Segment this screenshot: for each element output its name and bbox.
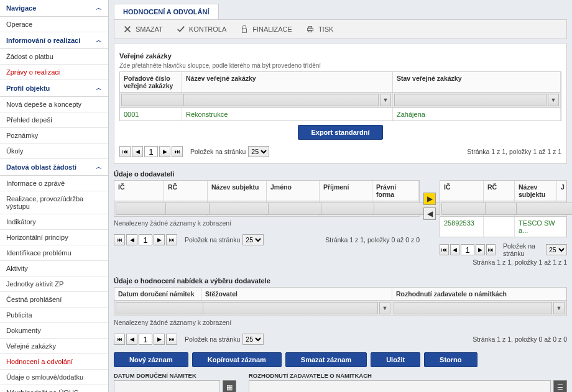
delete-button[interactable]: SMAZAT: [117, 22, 169, 36]
nav-item[interactable]: Žádost o platbu: [0, 49, 108, 65]
move-left-button[interactable]: ◀: [423, 207, 436, 220]
pager-page-input[interactable]: [139, 234, 152, 245]
nav-item[interactable]: Návrh/podnět na ÚOHS: [0, 385, 108, 392]
nav-item[interactable]: Hodnocení a odvolání: [0, 354, 108, 370]
pager-first[interactable]: ⏮: [119, 146, 131, 157]
col-nazev[interactable]: Název veřejné zakázky: [182, 72, 393, 92]
col-nazev-subj[interactable]: Název subjektu: [208, 181, 267, 201]
nav-item[interactable]: Zprávy o realizaci: [0, 65, 108, 80]
pager-next[interactable]: ▶: [154, 234, 165, 245]
col-datum[interactable]: Datum doručení námitek: [114, 288, 201, 300]
nav-header[interactable]: Navigace︿: [0, 0, 108, 17]
nav-item[interactable]: Nová depeše a koncepty: [0, 97, 108, 112]
nav-item[interactable]: Veřejné zakázky: [0, 339, 108, 354]
filter-btn[interactable]: ▼: [379, 302, 390, 314]
new-record-button[interactable]: Nový záznam: [114, 352, 188, 367]
grid-vz-head: Pořadové číslo veřejné zakázky Název veř…: [119, 71, 561, 93]
grid-dod-right-row[interactable]: 25892533 TESCO SW a...: [440, 217, 567, 237]
cancel-button[interactable]: Storno: [424, 352, 477, 367]
pager-next[interactable]: ▶: [154, 334, 165, 345]
col-prijmeni[interactable]: Příjmení: [320, 181, 372, 201]
pager-last[interactable]: ⏭: [166, 234, 177, 245]
nav-item[interactable]: Publicita: [0, 308, 108, 323]
pager-next[interactable]: ▶: [159, 146, 170, 157]
col-poradove[interactable]: Pořadové číslo veřejné zakázky: [120, 72, 182, 92]
nav-item[interactable]: Jednotky aktivit ZP: [0, 276, 108, 292]
nav-item[interactable]: Dokumenty: [0, 323, 108, 339]
nav-header[interactable]: Datová oblast žádosti︿: [0, 159, 108, 176]
copy-record-button[interactable]: Kopírovat záznam: [192, 352, 282, 367]
grid-vz-row[interactable]: 0001 Rekonstrukce Zahájena: [119, 108, 561, 121]
perpage-select[interactable]: 25: [242, 334, 264, 345]
nav-item[interactable]: Informace o zprávě: [0, 176, 108, 191]
pager-page-input[interactable]: [139, 334, 152, 345]
cell-nazev: Rekonstrukce: [182, 108, 393, 121]
nav-item[interactable]: Poznámky: [0, 128, 108, 144]
tab-hodnoceni[interactable]: HODNOCENÍ A ODVOLÁNÍ: [114, 4, 219, 19]
col-stezovatel[interactable]: Stěžovatel: [201, 288, 392, 300]
sidebar: Navigace︿OperaceInformování o realizaci︿…: [0, 0, 109, 392]
filter-nazev-r[interactable]: [516, 203, 572, 215]
filter-btn[interactable]: ▼: [553, 302, 565, 314]
nav-item[interactable]: Indikátory: [0, 214, 108, 230]
grid-dod-right: IČ RČ Název subjektu J ▼ ▼ ▼ 25892533 TE…: [440, 180, 567, 268]
col-j-r[interactable]: J: [557, 181, 566, 201]
export-button[interactable]: Export standardní: [298, 125, 382, 140]
pager-first[interactable]: ⏮: [114, 334, 125, 345]
col-rozhodnuti[interactable]: Rozhodnutí zadavatele o námitkách: [392, 288, 566, 300]
nav-item[interactable]: Čestná prohlášení: [0, 292, 108, 308]
col-ic-r[interactable]: IČ: [440, 181, 484, 201]
filter-stav[interactable]: [394, 94, 547, 106]
nav-item[interactable]: Horizontální principy: [0, 230, 108, 245]
pager-prev[interactable]: ◀: [126, 234, 137, 245]
input-datum[interactable]: [114, 380, 220, 392]
col-rc[interactable]: RČ: [164, 181, 208, 201]
pager-next[interactable]: ▶: [476, 244, 485, 255]
filter-nazev[interactable]: [183, 94, 379, 106]
nav-header[interactable]: Profil objektu︿: [0, 80, 108, 97]
nav-header[interactable]: Informování o realizaci︿: [0, 32, 108, 49]
print-button[interactable]: TISK: [300, 22, 339, 36]
pager-prev[interactable]: ◀: [132, 146, 143, 157]
print-icon: [306, 25, 315, 34]
pager-last[interactable]: ⏭: [166, 334, 177, 345]
save-button[interactable]: Uložit: [371, 352, 420, 367]
nav-item[interactable]: Identifikace problému: [0, 245, 108, 261]
pager-page-input[interactable]: [461, 244, 474, 255]
pager-last[interactable]: ⏭: [172, 146, 183, 157]
input-rozhodnuti[interactable]: [249, 380, 551, 392]
finalize-button[interactable]: FINALIZACE: [234, 22, 298, 36]
pager-prev[interactable]: ◀: [450, 244, 459, 255]
filter-btn-nazev[interactable]: ▼: [380, 94, 391, 106]
col-stav[interactable]: Stav veřejné zakázky: [393, 72, 561, 92]
pager-last[interactable]: ⏭: [486, 244, 496, 255]
pager-prev[interactable]: ◀: [126, 334, 137, 345]
col-nazev-r[interactable]: Název subjektu: [515, 181, 557, 201]
perpage-select[interactable]: 25: [248, 146, 269, 157]
pager-vz: ⏮ ◀ ▶ ⏭ Položek na stránku 25: [119, 146, 269, 157]
filter-btn-stav[interactable]: ▼: [548, 94, 559, 106]
nav-item[interactable]: Aktivity: [0, 261, 108, 276]
col-rc-r[interactable]: RČ: [484, 181, 515, 201]
cell-poradove: 0001: [120, 108, 182, 121]
delete-record-button[interactable]: Smazat záznam: [285, 352, 367, 367]
col-jmeno[interactable]: Jméno: [267, 181, 320, 201]
list-icon[interactable]: ☰: [553, 380, 567, 392]
nav-item[interactable]: Úkoly: [0, 144, 108, 159]
nav-item[interactable]: Přehled depeší: [0, 112, 108, 128]
move-right-button[interactable]: ▶: [423, 193, 436, 205]
col-ic[interactable]: IČ: [114, 181, 164, 201]
check-button[interactable]: KONTROLA: [170, 22, 233, 36]
perpage-select[interactable]: 25: [546, 244, 567, 255]
perpage-select[interactable]: 25: [242, 234, 264, 245]
pager-page-input[interactable]: [144, 146, 158, 157]
col-pravni[interactable]: Právní forma: [372, 181, 419, 201]
filter-stezovatel[interactable]: [203, 302, 378, 314]
calendar-icon[interactable]: ▦: [223, 380, 236, 392]
nav-item[interactable]: Realizace, provoz/údržba výstupu: [0, 191, 108, 214]
pager-first[interactable]: ⏮: [440, 244, 449, 255]
nav-item[interactable]: Operace: [0, 17, 108, 32]
nav-item[interactable]: Údaje o smlouvě/dodatku: [0, 370, 108, 385]
filter-rozhodnuti[interactable]: [394, 302, 552, 314]
pager-first[interactable]: ⏮: [114, 234, 125, 245]
